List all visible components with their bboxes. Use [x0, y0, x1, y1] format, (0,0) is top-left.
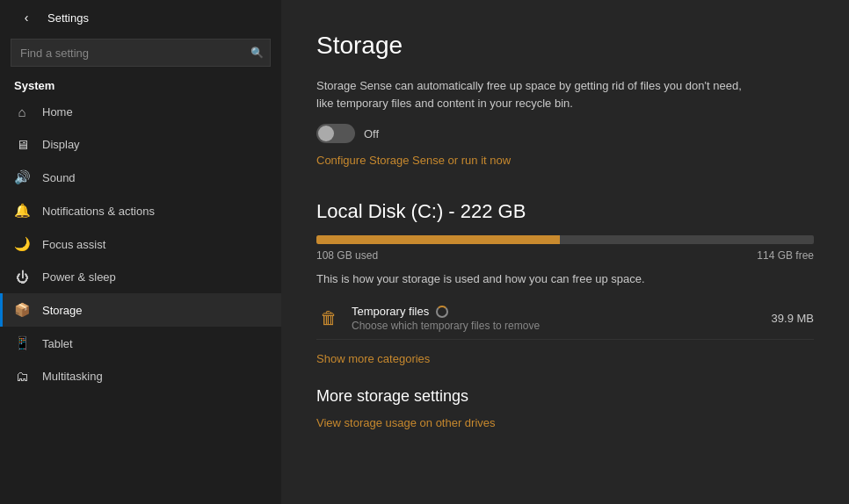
toggle-label: Off [364, 127, 379, 140]
nav-list: ⌂Home🖥Display🔊Sound🔔Notifications & acti… [0, 96, 281, 392]
storage-info-text: This is how your storage is used and how… [316, 272, 814, 285]
sidebar-header: ‹ Settings [0, 0, 281, 35]
sidebar: ‹ Settings 🔍 System ⌂Home🖥Display🔊Sound🔔… [0, 0, 281, 504]
sidebar-item-power-sleep[interactable]: ⏻Power & sleep [0, 261, 281, 293]
temp-files-info: Temporary files Choose which temporary f… [352, 305, 761, 332]
settings-title: Settings [47, 11, 89, 25]
power-sleep-icon: ⏻ [14, 270, 30, 284]
free-label: 114 GB free [757, 249, 814, 262]
storage-icon: 📦 [14, 302, 30, 318]
system-label: System [0, 74, 281, 96]
sidebar-item-home[interactable]: ⌂Home [0, 96, 281, 128]
tablet-icon: 📱 [14, 335, 30, 351]
temp-files-size: 39.9 MB [772, 312, 814, 325]
back-button[interactable]: ‹ [14, 5, 39, 30]
sound-icon: 🔊 [14, 169, 30, 185]
sidebar-label-focus-assist: Focus assist [42, 238, 105, 251]
loading-spinner [436, 306, 448, 318]
sidebar-label-storage: Storage [42, 304, 83, 317]
disk-title: Local Disk (C:) - 222 GB [316, 200, 814, 223]
toggle-thumb [318, 126, 334, 141]
view-other-drives-link[interactable]: View storage usage on other drives [316, 416, 496, 429]
search-box[interactable]: 🔍 [11, 39, 271, 67]
show-more-link[interactable]: Show more categories [316, 352, 430, 365]
configure-link[interactable]: Configure Storage Sense or run it now [316, 154, 511, 167]
temp-files-sub: Choose which temporary files to remove [352, 320, 761, 332]
trash-icon: 🗑 [316, 308, 341, 328]
home-icon: ⌂ [14, 104, 30, 119]
sidebar-label-sound: Sound [42, 171, 76, 184]
page-title: Storage [316, 32, 814, 60]
sidebar-item-tablet[interactable]: 📱Tablet [0, 327, 281, 360]
sidebar-label-power-sleep: Power & sleep [42, 270, 116, 284]
storage-sense-description: Storage Sense can automatically free up … [316, 77, 756, 112]
notifications-icon: 🔔 [14, 203, 30, 219]
more-settings-title: More storage settings [316, 387, 814, 406]
sidebar-item-focus-assist[interactable]: 🌙Focus assist [0, 227, 281, 261]
storage-bar-used [316, 235, 560, 244]
sidebar-label-multitasking: Multitasking [42, 370, 103, 383]
storage-labels: 108 GB used 114 GB free [316, 249, 814, 262]
sidebar-item-storage[interactable]: 📦Storage [0, 293, 281, 327]
sidebar-item-notifications[interactable]: 🔔Notifications & actions [0, 194, 281, 227]
sidebar-item-multitasking[interactable]: 🗂Multitasking [0, 360, 281, 392]
sidebar-label-display: Display [42, 138, 80, 151]
storage-bar-container [316, 235, 814, 244]
sidebar-item-display[interactable]: 🖥Display [0, 128, 281, 161]
search-input[interactable] [11, 39, 271, 67]
storage-sense-toggle[interactable] [316, 124, 355, 143]
search-icon: 🔍 [250, 47, 264, 59]
sidebar-item-sound[interactable]: 🔊Sound [0, 161, 281, 194]
used-label: 108 GB used [316, 249, 378, 262]
multitasking-icon: 🗂 [14, 369, 30, 384]
sidebar-label-home: Home [42, 105, 73, 119]
main-content: Storage Storage Sense can automatically … [281, 0, 849, 504]
focus-assist-icon: 🌙 [14, 236, 30, 252]
toggle-row: Off [316, 124, 814, 143]
sidebar-label-notifications: Notifications & actions [42, 205, 155, 218]
sidebar-label-tablet: Tablet [42, 337, 73, 350]
temp-files-row[interactable]: 🗑 Temporary files Choose which temporary… [316, 298, 814, 340]
display-icon: 🖥 [14, 137, 30, 152]
temp-files-name: Temporary files [352, 305, 761, 318]
back-icon: ‹ [25, 11, 29, 25]
